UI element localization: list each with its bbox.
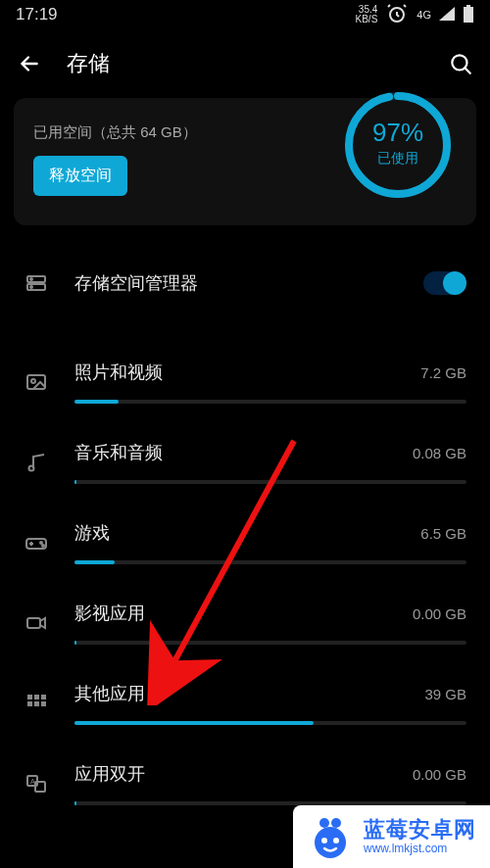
svg-rect-16 xyxy=(27,618,40,628)
svg-point-9 xyxy=(30,286,32,288)
svg-point-28 xyxy=(319,818,329,828)
category-row[interactable]: 其他应用39 GB xyxy=(0,664,490,725)
svg-point-29 xyxy=(331,818,341,828)
photo-icon xyxy=(22,370,51,394)
svg-rect-22 xyxy=(41,701,46,706)
storage-summary-card: 已用空间（总共 64 GB） 释放空间 97% 已使用 xyxy=(14,98,476,225)
games-icon xyxy=(22,531,51,555)
category-size: 0.00 GB xyxy=(413,605,466,622)
category-size: 39 GB xyxy=(424,686,466,702)
svg-rect-20 xyxy=(27,701,32,706)
category-bar xyxy=(74,400,466,404)
search-icon xyxy=(448,51,473,76)
watermark-url: www.lmkjst.com xyxy=(364,843,476,856)
network-speed: 35.4 KB/S xyxy=(356,5,378,24)
category-size: 7.2 GB xyxy=(420,364,466,381)
alarm-icon xyxy=(385,2,409,28)
svg-rect-1 xyxy=(466,5,470,7)
svg-rect-2 xyxy=(464,7,473,23)
storage-manager-row[interactable]: 存储空间管理器 xyxy=(0,245,490,321)
status-bar: 17:19 35.4 KB/S 4G xyxy=(0,0,490,29)
apps-grid-icon xyxy=(22,692,51,715)
search-button[interactable] xyxy=(447,50,474,77)
svg-rect-17 xyxy=(27,695,32,699)
category-size: 6.5 GB xyxy=(420,525,466,542)
back-arrow-icon xyxy=(17,51,42,76)
svg-point-8 xyxy=(30,278,32,280)
category-bar xyxy=(74,480,466,484)
watermark-title: 蓝莓安卓网 xyxy=(364,817,476,842)
category-name: 其他应用 xyxy=(74,682,145,705)
status-time: 17:19 xyxy=(16,5,58,24)
category-name: 影视应用 xyxy=(74,602,145,625)
storage-manager-icon xyxy=(22,271,51,295)
category-row[interactable]: 游戏6.5 GB xyxy=(0,504,490,564)
svg-point-11 xyxy=(31,379,35,383)
svg-text:A: A xyxy=(30,778,35,785)
storage-manager-label: 存储空间管理器 xyxy=(74,271,423,295)
svg-point-30 xyxy=(321,838,327,844)
category-bar xyxy=(74,560,466,564)
category-name: 游戏 xyxy=(74,521,110,545)
usage-percent: 97% xyxy=(372,118,423,148)
category-name: 音乐和音频 xyxy=(74,441,163,464)
dual-app-icon: A xyxy=(22,772,51,796)
net-speed-unit: KB/S xyxy=(356,15,378,24)
svg-point-14 xyxy=(40,542,42,544)
category-name: 应用双开 xyxy=(74,762,145,786)
svg-point-27 xyxy=(315,827,346,858)
svg-point-31 xyxy=(333,838,339,844)
storage-manager-toggle[interactable] xyxy=(423,271,466,295)
usage-label: 已使用 xyxy=(372,150,423,168)
svg-rect-21 xyxy=(34,701,39,706)
video-app-icon xyxy=(22,611,51,635)
category-name: 照片和视频 xyxy=(74,361,163,384)
usage-ring: 97% 已使用 xyxy=(339,86,457,204)
signal-icon: 4G xyxy=(416,9,431,21)
page-title: 存储 xyxy=(67,49,423,78)
svg-point-12 xyxy=(29,466,34,471)
category-row[interactable]: A应用双开0.00 GB xyxy=(0,745,490,805)
watermark: 蓝莓安卓网 www.lmkjst.com xyxy=(293,805,490,868)
category-row[interactable]: 照片和视频7.2 GB xyxy=(0,343,490,404)
battery-icon xyxy=(463,5,474,25)
svg-rect-19 xyxy=(41,695,46,699)
category-row[interactable]: 影视应用0.00 GB xyxy=(0,584,490,645)
watermark-mascot-icon xyxy=(307,813,354,860)
category-size: 0.08 GB xyxy=(413,445,466,461)
category-size: 0.00 GB xyxy=(413,766,466,783)
status-indicators: 35.4 KB/S 4G xyxy=(356,2,474,28)
category-bar xyxy=(74,721,466,725)
category-row[interactable]: 音乐和音频0.08 GB xyxy=(0,423,490,484)
used-space-text: 已用空间（总共 64 GB） xyxy=(33,123,197,142)
svg-rect-18 xyxy=(34,695,39,699)
back-button[interactable] xyxy=(16,50,43,77)
music-icon xyxy=(22,451,51,474)
signal-bars-icon xyxy=(439,7,455,24)
free-space-button[interactable]: 释放空间 xyxy=(33,156,127,196)
svg-point-15 xyxy=(42,545,44,547)
category-bar xyxy=(74,641,466,645)
